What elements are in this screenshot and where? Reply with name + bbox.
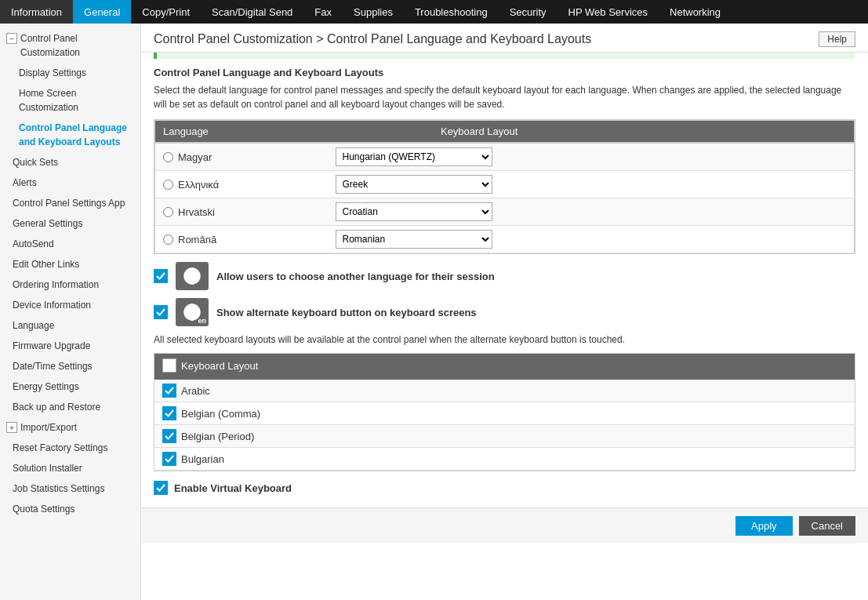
lang-radio[interactable] [163,180,173,190]
virtual-keyboard-row: Enable Virtual Keyboard [154,481,855,495]
virtual-keyboard-label: Enable Virtual Keyboard [174,482,292,494]
tab-networking[interactable]: Networking [659,0,732,24]
top-navigation: Information General Copy/Print Scan/Digi… [0,0,868,24]
kb-header-label: Keyboard Layout [181,360,258,372]
keyboard-cell: Hungarian (QWERTZ) [328,144,855,171]
tab-general[interactable]: General [73,0,131,24]
sidebar-item-edit-other-links[interactable]: Edit Other Links [0,254,140,275]
kb-layout-cell: Belgian (Comma) [154,402,855,425]
collapse-icon: − [6,33,17,44]
sidebar-item-language[interactable]: Language [0,315,140,336]
tab-information[interactable]: Information [0,0,73,24]
tab-fax[interactable]: Fax [303,0,343,24]
lang-name: Hrvatski [178,206,215,218]
lang-cell: Hrvatski [155,198,328,226]
sidebar-item-firmware-upgrade[interactable]: Firmware Upgrade [0,336,140,356]
sidebar-item-control-panel-settings-app[interactable]: Control Panel Settings App [0,193,140,213]
tab-supplies[interactable]: Supplies [343,0,404,24]
help-button[interactable]: Help [819,31,855,47]
keyboard-cell: Romanian [328,226,855,253]
sidebar-item-control-panel-language[interactable]: Control Panel Language and Keyboard Layo… [0,118,140,152]
allow-language-label: Allow users to choose another language f… [216,271,495,282]
allow-language-checkbox[interactable] [154,269,168,283]
keyboard-icon: en [176,298,209,326]
tab-scan-digital-send[interactable]: Scan/Digital Send [201,0,303,24]
keyboard-layout-table-header: Keyboard Layout [154,354,855,380]
lang-radio[interactable] [163,235,173,245]
language-table-body: Magyar Hungarian (QWERTZ) Ελληνικά Greek… [154,143,855,253]
keyboard-layout-table-wrapper: Keyboard Layout Arabic [154,353,855,471]
sidebar-item-ordering-information[interactable]: Ordering Information [0,275,140,295]
lang-name: Română [178,234,216,245]
language-table-scroll[interactable]: Magyar Hungarian (QWERTZ) Ελληνικά Greek… [154,143,855,253]
tab-security[interactable]: Security [499,0,557,24]
tab-hp-web-services[interactable]: HP Web Services [557,0,659,24]
footer: Apply Cancel [141,507,868,544]
sidebar-item-device-information[interactable]: Device Information [0,295,140,315]
keyboard-layout-scroll[interactable]: Arabic Belgian (Comma) Belgian (Period) [154,380,855,471]
sidebar-item-autosend[interactable]: AutoSend [0,234,140,254]
kb-layout-label: Belgian (Period) [181,431,254,442]
alternate-keyboard-checkbox[interactable] [154,305,168,319]
kb-header-content: Keyboard Layout [162,358,258,373]
keyboard-cell: Greek [328,171,855,198]
kb-layout-cell: Arabic [154,380,855,402]
lang-table-row: Română Romanian [155,226,855,253]
kb-layout-label: Bulgarian [181,453,224,465]
language-icon [176,262,209,290]
sidebar-item-alerts[interactable]: Alerts [0,173,140,193]
keyboard-select[interactable]: Croatian [336,202,492,221]
kb-layout-checkbox[interactable] [162,452,176,466]
lang-radio[interactable] [163,207,173,217]
tab-troubleshooting[interactable]: Troubleshooting [404,0,499,24]
sidebar-item-general-settings[interactable]: General Settings [0,213,140,234]
keyboard-select[interactable]: Greek [336,175,492,194]
sidebar-item-energy-settings[interactable]: Energy Settings [0,376,140,397]
sidebar-item-datetime-settings[interactable]: Date/Time Settings [0,356,140,376]
lang-radio[interactable] [163,152,173,162]
page-title: Control Panel Customization > Control Pa… [154,32,591,46]
en-label: en [198,317,206,325]
keyboard-select[interactable]: Hungarian (QWERTZ) [336,147,492,166]
keyboard-select[interactable]: Romanian [336,230,492,249]
lang-name: Ελληνικά [178,179,219,191]
lang-cell: Ελληνικά [155,171,328,198]
kb-layout-cell: Bulgarian [154,448,855,471]
sidebar-item-home-screen-customization[interactable]: Home Screen Customization [0,83,140,118]
sidebar-item-display-settings[interactable]: Display Settings [0,63,140,83]
lang-table-row: Magyar Hungarian (QWERTZ) [155,144,855,171]
virtual-keyboard-checkbox[interactable] [154,481,168,495]
lang-table-row: Ελληνικά Greek [155,171,855,198]
sidebar-item-control-panel-customization[interactable]: − Control Panel Customization [0,28,140,63]
kb-layout-checkbox[interactable] [162,406,176,420]
sidebar-item-quota-settings[interactable]: Quota Settings [0,499,140,519]
kb-layout-label: Belgian (Comma) [181,408,260,420]
main-content: Control Panel Customization > Control Pa… [141,24,868,600]
sidebar-item-job-statistics-settings[interactable]: Job Statistics Settings [0,478,140,499]
keyboard-cell: Croatian [328,198,855,226]
kb-header: Keyboard Layout [154,354,855,380]
alternate-keyboard-row: en Show alternate keyboard button on key… [154,298,855,326]
sidebar-item-back-up-restore[interactable]: Back up and Restore [0,397,140,417]
alternate-keyboard-label: Show alternate keyboard button on keyboa… [216,307,477,318]
kb-layout-checkbox[interactable] [162,429,176,443]
col-language: Language [155,121,433,143]
sidebar: − Control Panel Customization Display Se… [0,24,141,600]
apply-button[interactable]: Apply [735,516,793,536]
expand-icon: + [6,422,17,433]
tab-copy-print[interactable]: Copy/Print [131,0,201,24]
lang-cell: Magyar [155,144,328,171]
kb-layout-checkbox[interactable] [162,384,176,398]
kb-header-checkbox[interactable] [162,358,176,373]
lang-name: Magyar [178,151,212,163]
cancel-button[interactable]: Cancel [799,516,855,536]
section-title: Control Panel Language and Keyboard Layo… [154,67,855,78]
sidebar-item-reset-factory-settings[interactable]: Reset Factory Settings [0,438,140,458]
section-description: Select the default language for control … [154,83,855,111]
main-section: Control Panel Language and Keyboard Layo… [154,67,855,495]
kb-layout-row: Belgian (Period) [154,425,855,448]
sidebar-item-import-export[interactable]: + Import/Export [0,417,140,438]
status-bar [154,53,855,59]
sidebar-item-quick-sets[interactable]: Quick Sets [0,152,140,173]
sidebar-item-solution-installer[interactable]: Solution Installer [0,458,140,478]
